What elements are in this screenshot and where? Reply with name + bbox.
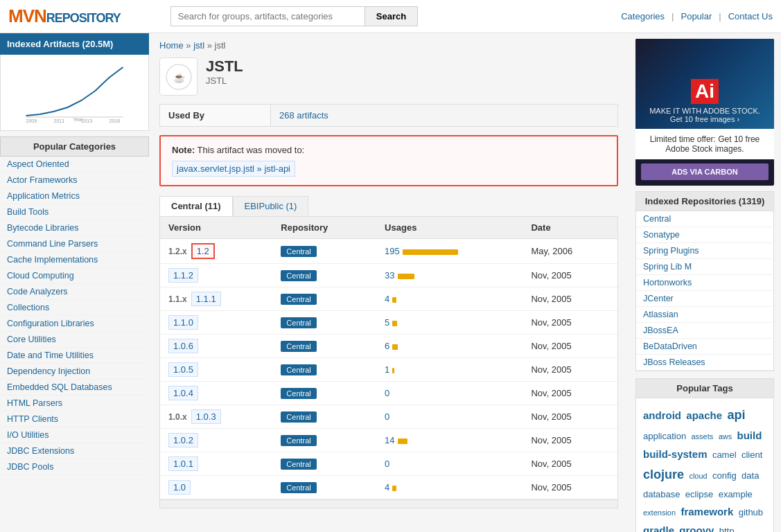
repo-link-spring-lib-m[interactable]: Spring Lib M [636, 259, 773, 275]
repo-link-bedatadriven[interactable]: BeDataDriven [636, 339, 773, 355]
repo-link-jbossea[interactable]: JBossEA [636, 323, 773, 339]
ad-cta-button[interactable]: ADS VIA CARBON [641, 163, 769, 180]
sidebar-item-code-analyzers[interactable]: Code Analyzers [0, 284, 149, 300]
repo-badge: Central [281, 246, 316, 257]
table-header-row: Version Repository Usages Date [160, 217, 617, 239]
version-link[interactable]: 1.1.1 [191, 292, 221, 306]
sidebar-item-command-line-parsers[interactable]: Command Line Parsers [0, 236, 149, 252]
sidebar-item-collections[interactable]: Collections [0, 300, 149, 316]
usages-count[interactable]: 0 [385, 411, 389, 422]
usages-count[interactable]: 6 [385, 341, 389, 351]
sidebar-item-bytecode-libraries[interactable]: Bytecode Libraries [0, 220, 149, 236]
usage-bar [403, 249, 458, 255]
repo-link-jcenter[interactable]: JCenter [636, 291, 773, 307]
sidebar-item-core-utilities[interactable]: Core Utilities [0, 332, 149, 348]
tab-ebipublic[interactable]: EBIPublic (1) [233, 196, 309, 216]
usages-count[interactable]: 4 [385, 482, 389, 493]
note-link[interactable]: javax.servlet.jsp.jstl » jstl-api [172, 161, 295, 177]
tag-client[interactable]: client [741, 450, 762, 460]
sidebar-item-jdbc-extensions[interactable]: JDBC Extensions [0, 443, 149, 459]
tag-database[interactable]: database [643, 489, 681, 499]
indexed-artifacts-box: Indexed Artifacts (20.5M) [0, 33, 149, 55]
search-button[interactable]: Search [365, 6, 418, 26]
svg-text:☕: ☕ [173, 72, 185, 84]
sidebar-item-i/o-utilities[interactable]: I/O Utilities [0, 427, 149, 443]
tab-central[interactable]: Central (11) [159, 196, 233, 216]
tag-http[interactable]: http [719, 526, 735, 532]
version-link[interactable]: 1.1.2 [168, 268, 198, 283]
repo-link-jboss-releases[interactable]: JBoss Releases [636, 355, 773, 371]
tag-aws[interactable]: aws [719, 432, 732, 441]
tag-cloud[interactable]: cloud [689, 472, 707, 480]
sidebar-item-aspect-oriented[interactable]: Aspect Oriented [0, 157, 149, 172]
version-date: Nov, 2005 [523, 287, 617, 311]
usages-count[interactable]: 0 [385, 388, 389, 398]
nav-contact[interactable]: Contact Us [728, 11, 773, 21]
version-link[interactable]: 1.0.5 [168, 362, 198, 377]
usages-count[interactable]: 0 [385, 459, 389, 469]
th-date: Date [523, 217, 617, 239]
repo-link-hortonworks[interactable]: Hortonworks [636, 275, 773, 291]
version-link[interactable]: 1.0 [168, 480, 191, 495]
tag-application[interactable]: application [643, 431, 686, 441]
sidebar-item-dependency-injection[interactable]: Dependency Injection [0, 364, 149, 380]
version-link[interactable]: 1.0.3 [191, 409, 221, 424]
usages-count[interactable]: 5 [385, 317, 389, 328]
sidebar-item-http-clients[interactable]: HTTP Clients [0, 411, 149, 427]
repo-link-spring-plugins[interactable]: Spring Plugins [636, 243, 773, 259]
tag-apache[interactable]: apache [686, 409, 722, 421]
repo-link-atlassian[interactable]: Atlassian [636, 307, 773, 323]
tag-github[interactable]: github [739, 507, 763, 517]
sidebar-item-build-tools[interactable]: Build Tools [0, 204, 149, 220]
used-by-count[interactable]: 268 artifacts [279, 110, 328, 121]
tag-groovy[interactable]: groovy [679, 524, 714, 532]
tag-data[interactable]: data [741, 470, 759, 481]
sidebar-item-embedded-sql-databases[interactable]: Embedded SQL Databases [0, 380, 149, 396]
tag-example[interactable]: example [719, 489, 753, 499]
version-link[interactable]: 1.2 [191, 243, 215, 259]
breadcrumb-home[interactable]: Home [159, 40, 184, 51]
table-row: 1.1.0Central5Nov, 2005 [160, 311, 617, 335]
tag-gradle[interactable]: gradle [643, 524, 674, 532]
usages-count[interactable]: 14 [385, 435, 394, 445]
repo-link-central[interactable]: Central [636, 211, 773, 227]
version-link[interactable]: 1.0.1 [168, 456, 198, 471]
nav-categories[interactable]: Categories [621, 11, 665, 21]
tag-assets[interactable]: assets [692, 432, 714, 441]
sidebar-item-jdbc-pools[interactable]: JDBC Pools [0, 459, 149, 475]
usages-count[interactable]: 1 [385, 364, 389, 375]
sidebar-item-date-and-time-utilities[interactable]: Date and Time Utilities [0, 348, 149, 364]
tag-camel[interactable]: camel [712, 450, 737, 460]
tag-android[interactable]: android [643, 409, 681, 421]
sidebar-item-html-parsers[interactable]: HTML Parsers [0, 396, 149, 411]
repo-badge: Central [281, 317, 316, 328]
versions-tbody: 1.2.x1.2Central195May, 20061.1.2Central3… [160, 239, 617, 499]
version-link[interactable]: 1.0.2 [168, 433, 198, 447]
tag-framework[interactable]: framework [681, 506, 733, 517]
breadcrumb-jstl1[interactable]: jstl [193, 40, 204, 51]
tag-eclipse[interactable]: eclipse [685, 489, 713, 499]
usages-count[interactable]: 4 [385, 294, 389, 304]
tag-config[interactable]: config [712, 470, 737, 481]
usages-count[interactable]: 33 [385, 270, 394, 281]
sidebar-item-configuration-libraries[interactable]: Configuration Libraries [0, 316, 149, 332]
tag-clojure[interactable]: clojure [643, 468, 684, 481]
ad-box: Ai MAKE IT WITH ADOBE STOCK.Get 10 free … [635, 39, 774, 186]
tag-extension[interactable]: extension [643, 508, 676, 517]
sidebar-item-actor-frameworks[interactable]: Actor Frameworks [0, 172, 149, 188]
tag-build[interactable]: build [737, 429, 762, 441]
scroll-bar-bottom[interactable] [160, 499, 617, 508]
usages-count[interactable]: 195 [385, 246, 400, 256]
sidebar-item-application-metrics[interactable]: Application Metrics [0, 188, 149, 204]
tag-api[interactable]: api [727, 408, 745, 422]
tag-build-system[interactable]: build-system [643, 448, 708, 460]
version-link[interactable]: 1.0.4 [168, 386, 198, 400]
sidebar-item-cache-implementations[interactable]: Cache Implementations [0, 252, 149, 268]
nav-popular[interactable]: Popular [681, 11, 712, 21]
table-row: 1.0.5Central1Nov, 2005 [160, 358, 617, 382]
search-input[interactable] [170, 6, 365, 26]
version-link[interactable]: 1.1.0 [168, 315, 198, 330]
version-link[interactable]: 1.0.6 [168, 339, 198, 353]
sidebar-item-cloud-computing[interactable]: Cloud Computing [0, 268, 149, 284]
repo-link-sonatype[interactable]: Sonatype [636, 227, 773, 243]
